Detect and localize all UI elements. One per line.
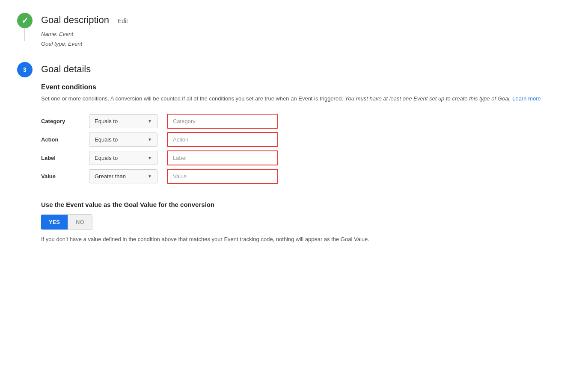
value-dropdown-value: Greater than	[95, 173, 126, 180]
conditions-table: Category Equals to ▼ Action Equals to ▼ …	[41, 114, 571, 184]
action-dropdown[interactable]: Equals to ▼	[89, 133, 157, 147]
step-3-circle: 3	[17, 62, 33, 77]
category-dropdown[interactable]: Equals to ▼	[89, 114, 157, 128]
label-dropdown[interactable]: Equals to ▼	[89, 151, 157, 165]
action-input[interactable]	[167, 132, 278, 147]
step-3-content: Goal details Event conditions Set one or…	[41, 62, 571, 257]
use-event-section: Use the Event value as the Goal Value fo…	[41, 201, 571, 244]
name-label: Name:	[41, 31, 59, 37]
step-1: ✓ Goal description Edit Name: Event Goal…	[17, 13, 571, 62]
name-value: Event	[59, 31, 73, 37]
step-1-indicator: ✓	[17, 13, 33, 41]
learn-more-link[interactable]: Learn more	[512, 95, 540, 102]
label-input[interactable]	[167, 150, 278, 165]
step-3-title: Goal details	[41, 64, 91, 75]
action-dropdown-arrow: ▼	[148, 137, 152, 142]
value-dropdown-arrow: ▼	[148, 174, 152, 179]
label-label: Label	[41, 155, 84, 161]
category-dropdown-value: Equals to	[95, 118, 118, 124]
step-1-circle: ✓	[17, 13, 33, 28]
action-dropdown-value: Equals to	[95, 136, 118, 143]
goal-type-value: Event	[68, 41, 82, 47]
goal-type-label: Goal type:	[41, 41, 68, 47]
category-dropdown-arrow: ▼	[148, 119, 152, 124]
step-1-content: Goal description Edit Name: Event Goal t…	[41, 13, 571, 62]
step-1-meta: Name: Event Goal type: Event	[41, 29, 571, 49]
goal-type-row: Goal type: Event	[41, 39, 571, 49]
event-conditions-title: Event conditions	[41, 83, 571, 91]
event-conditions-description: Set one or more conditions. A conversion…	[41, 94, 571, 103]
label-dropdown-arrow: ▼	[148, 156, 152, 160]
step-1-title: Goal description	[41, 15, 109, 26]
toggle-container: YES NO	[41, 214, 571, 230]
description-text: Set one or more conditions. A conversion…	[41, 95, 345, 102]
value-dropdown[interactable]: Greater than ▼	[89, 169, 157, 183]
step-1-header: Goal description Edit	[41, 15, 571, 26]
edit-link[interactable]: Edit	[118, 18, 128, 24]
category-input[interactable]	[167, 114, 278, 129]
timeline: ✓ Goal description Edit Name: Event Goal…	[17, 13, 571, 256]
vertical-line-1	[24, 28, 25, 41]
event-conditions-section: Event conditions Set one or more conditi…	[41, 83, 571, 184]
value-label: Value	[41, 173, 84, 180]
toggle-yes-button[interactable]: YES	[41, 215, 68, 230]
name-row: Name: Event	[41, 29, 571, 39]
category-label: Category	[41, 118, 84, 124]
use-event-title: Use the Event value as the Goal Value fo…	[41, 201, 571, 208]
label-dropdown-value: Equals to	[95, 155, 118, 161]
step-3-indicator: 3	[17, 62, 33, 77]
value-input[interactable]	[167, 169, 278, 184]
toggle-no-button[interactable]: NO	[68, 214, 92, 230]
toggle-note: If you don't have a value defined in the…	[41, 235, 512, 244]
step-3: 3 Goal details Event conditions Set one …	[17, 62, 571, 257]
italic-text: You must have at least one Event set up …	[345, 95, 511, 102]
checkmark-icon: ✓	[21, 15, 29, 26]
action-label: Action	[41, 136, 84, 143]
